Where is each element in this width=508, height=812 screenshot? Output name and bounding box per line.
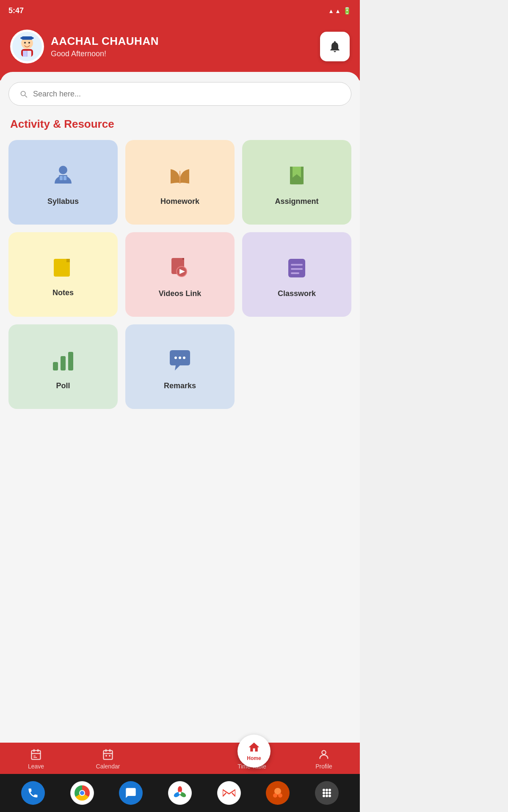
signal-icon: ▴: [336, 7, 340, 15]
calendar-icon: [102, 749, 114, 760]
header: AACHAL CHAUHAN Good Afternoon!: [0, 21, 360, 80]
videos-link-icon: [166, 255, 193, 282]
poll-card[interactable]: Poll: [8, 324, 118, 409]
search-bar[interactable]: [8, 82, 351, 106]
leave-label: Leave: [28, 763, 44, 770]
nav-profile[interactable]: Profile: [307, 749, 341, 770]
svg-point-57: [278, 793, 282, 798]
poll-label: Poll: [56, 381, 70, 390]
svg-point-4: [28, 42, 30, 44]
remarks-icon: [166, 347, 193, 374]
system-navbar: [0, 774, 360, 812]
svg-point-65: [326, 795, 328, 797]
svg-rect-26: [53, 362, 58, 370]
svg-point-9: [59, 166, 67, 174]
header-left: AACHAL CHAUHAN Good Afternoon!: [10, 30, 159, 63]
svg-point-62: [326, 792, 328, 794]
profile-icon: [318, 749, 330, 760]
assignment-icon: [283, 162, 310, 189]
drive-app-icon[interactable]: [168, 781, 192, 805]
homework-label: Homework: [160, 197, 199, 206]
svg-point-30: [179, 357, 181, 359]
main-content: Activity & Resource Syllabus: [0, 72, 360, 749]
profile-label: Profile: [315, 763, 332, 770]
syllabus-label: Syllabus: [47, 197, 79, 206]
svg-rect-27: [61, 356, 66, 370]
calendar-label: Calendar: [96, 763, 120, 770]
custom-app-icon[interactable]: [266, 781, 290, 805]
status-bar: 5:47 ▴ ▴ 🔋: [0, 0, 360, 21]
notes-label: Notes: [52, 288, 74, 297]
homework-card[interactable]: Homework: [125, 140, 235, 225]
syllabus-icon: [50, 162, 77, 189]
svg-point-29: [174, 357, 177, 359]
avatar: [10, 30, 44, 63]
status-time: 5:47: [8, 6, 24, 15]
poll-icon: [50, 347, 77, 374]
svg-point-59: [326, 789, 328, 791]
home-fab-label: Home: [247, 755, 261, 761]
header-info: AACHAL CHAUHAN Good Afternoon!: [51, 35, 159, 58]
assignment-label: Assignment: [275, 197, 318, 206]
section-title: Activity & Resource: [8, 118, 351, 131]
avatar-image: [12, 32, 42, 61]
remarks-label: Remarks: [164, 381, 196, 390]
bell-icon: [328, 40, 342, 53]
videos-link-label: Videos Link: [159, 289, 202, 298]
activity-section: Activity & Resource Syllabus: [8, 118, 351, 417]
leave-icon: [30, 749, 42, 760]
svg-rect-32: [32, 751, 41, 760]
svg-point-31: [183, 357, 185, 359]
chrome-app-icon[interactable]: [70, 781, 94, 805]
activity-grid: Syllabus Homework: [8, 140, 351, 417]
battery-icon: 🔋: [343, 7, 351, 15]
svg-rect-38: [104, 751, 113, 760]
nav-leave[interactable]: Leave: [19, 749, 53, 770]
svg-point-56: [273, 793, 277, 798]
svg-point-3: [24, 42, 26, 44]
svg-rect-7: [23, 51, 27, 57]
home-fab[interactable]: Home: [237, 735, 271, 768]
app-drawer-icon[interactable]: [315, 781, 339, 805]
svg-rect-43: [109, 755, 110, 757]
search-icon: [19, 89, 28, 99]
svg-rect-19: [182, 258, 184, 260]
notes-card[interactable]: Notes: [8, 232, 118, 317]
homework-icon: [166, 162, 193, 189]
classwork-label: Classwork: [278, 289, 316, 298]
user-name: AACHAL CHAUHAN: [51, 35, 159, 48]
phone-app-icon[interactable]: [21, 781, 45, 805]
svg-point-63: [329, 792, 331, 794]
notes-icon: [50, 255, 76, 281]
svg-point-49: [322, 751, 326, 754]
gmail-app-icon[interactable]: [217, 781, 241, 805]
bottom-nav: Leave Calendar Time Table P: [0, 743, 360, 774]
svg-point-64: [323, 795, 325, 797]
svg-rect-11: [60, 176, 63, 180]
home-icon: [248, 741, 260, 754]
svg-point-66: [329, 795, 331, 797]
svg-point-60: [329, 789, 331, 791]
classwork-card[interactable]: Classwork: [242, 232, 351, 317]
wifi-icon: ▴: [329, 7, 333, 15]
greeting-text: Good Afternoon!: [51, 49, 159, 58]
videos-link-card[interactable]: Videos Link: [125, 232, 235, 317]
notification-button[interactable]: [320, 32, 350, 61]
search-input[interactable]: [33, 90, 341, 99]
assignment-card[interactable]: Assignment: [242, 140, 351, 225]
svg-rect-2: [22, 36, 32, 40]
classwork-icon: [283, 255, 310, 282]
svg-rect-54: [223, 788, 235, 798]
svg-point-53: [179, 792, 181, 794]
messages-app-icon[interactable]: [119, 781, 143, 805]
syllabus-card[interactable]: Syllabus: [8, 140, 118, 225]
svg-rect-42: [105, 755, 107, 757]
svg-rect-12: [64, 176, 66, 180]
svg-rect-17: [66, 259, 70, 262]
svg-point-58: [323, 789, 325, 791]
nav-calendar[interactable]: Calendar: [91, 749, 125, 770]
status-icons: ▴ ▴ 🔋: [329, 7, 351, 15]
remarks-card[interactable]: Remarks: [125, 324, 235, 409]
svg-rect-28: [68, 352, 73, 370]
svg-point-61: [323, 792, 325, 794]
